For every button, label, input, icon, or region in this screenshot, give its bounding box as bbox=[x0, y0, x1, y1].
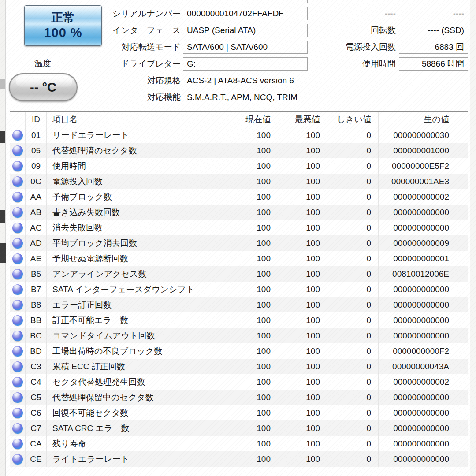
attr-threshold-value: 0 bbox=[327, 220, 379, 235]
table-row[interactable]: BD 工場出荷時の不良ブロック数 100 100 0 0000000000F2 bbox=[10, 343, 468, 359]
table-row[interactable]: 09 使用時間 100 100 0 00000000E5F2 bbox=[10, 158, 468, 174]
attr-name: 電源投入回数 bbox=[47, 174, 235, 189]
attr-name: 工場出荷時の不良ブロック数 bbox=[47, 343, 235, 359]
power-on-hours-value-box: 58866 時間 bbox=[399, 57, 468, 71]
attr-current-value: 100 bbox=[235, 328, 278, 343]
attr-worst-value: 100 bbox=[278, 436, 327, 451]
attr-worst-value: 100 bbox=[278, 343, 327, 359]
attr-name: アンアラインアクセス数 bbox=[47, 266, 235, 282]
attr-threshold-value: 0 bbox=[327, 205, 379, 220]
health-orb-icon bbox=[12, 253, 23, 264]
table-row[interactable]: AC 消去失敗回数 100 100 0 000000000000 bbox=[10, 220, 468, 235]
spacer-cell bbox=[453, 158, 468, 174]
status-cell bbox=[10, 297, 26, 312]
health-orb-icon bbox=[12, 269, 23, 279]
drive-letter-value-box: G: bbox=[183, 57, 308, 71]
attr-raw-value: 000000000000 bbox=[379, 220, 453, 235]
attr-threshold-value: 0 bbox=[327, 282, 379, 297]
attr-raw-value: 000000000002 bbox=[379, 189, 453, 205]
table-row[interactable]: 01 リードエラーレート 100 100 0 000000000030 bbox=[10, 127, 468, 143]
attr-name: 消去失敗回数 bbox=[47, 220, 235, 235]
attr-current-value: 100 bbox=[235, 266, 278, 282]
table-row[interactable]: AE 予期せぬ電源断回数 100 100 0 000000000001 bbox=[10, 251, 468, 266]
attr-id: AA bbox=[26, 189, 47, 205]
spacer-cell bbox=[453, 312, 468, 328]
spacer-cell bbox=[453, 297, 468, 312]
attr-name: 書き込み失敗回数 bbox=[47, 205, 235, 220]
attr-threshold-value: 0 bbox=[327, 297, 379, 312]
attr-id: 05 bbox=[26, 143, 47, 158]
table-row[interactable]: C6 回復不可能セクタ数 100 100 0 000000000000 bbox=[10, 405, 468, 420]
table-row[interactable]: C5 代替処理保留中のセクタ数 100 100 0 000000000000 bbox=[10, 390, 468, 405]
attr-worst-value: 100 bbox=[278, 235, 327, 251]
table-row[interactable]: C4 セクタ代替処理発生回数 100 100 0 000000000002 bbox=[10, 374, 468, 390]
raw-column-header: 生の値 bbox=[379, 112, 453, 127]
id-column-header: ID bbox=[26, 112, 47, 127]
spacer-cell bbox=[453, 374, 468, 390]
table-row[interactable]: C3 累積 ECC 訂正回数 100 100 0 00000000043A bbox=[10, 359, 468, 374]
attr-name: 残り寿命 bbox=[47, 436, 235, 451]
table-row[interactable]: B7 SATA インターフェースダウンシフト 100 100 0 0000000… bbox=[10, 282, 468, 297]
status-cell bbox=[10, 328, 26, 343]
health-orb-icon bbox=[12, 238, 23, 249]
buffer-value-box: ---- bbox=[399, 7, 468, 20]
attr-current-value: 100 bbox=[235, 343, 278, 359]
attr-raw-value: 000000000030 bbox=[379, 127, 453, 143]
threshold-column-header: しきい値 bbox=[327, 112, 379, 127]
power-on-count-label: 電源投入回数 bbox=[308, 41, 396, 54]
attr-name: 回復不可能セクタ数 bbox=[47, 405, 235, 420]
attr-id: C4 bbox=[26, 374, 47, 390]
spacer-cell bbox=[453, 343, 468, 359]
table-row[interactable]: C7 SATA CRC エラー数 100 100 0 000000000000 bbox=[10, 420, 468, 436]
table-row[interactable]: AB 書き込み失敗回数 100 100 0 000000000000 bbox=[10, 205, 468, 220]
attr-threshold-value: 0 bbox=[327, 127, 379, 143]
health-orb-icon bbox=[12, 377, 23, 387]
table-row[interactable]: B8 エラー訂正回数 100 100 0 000000000000 bbox=[10, 297, 468, 312]
health-orb-icon bbox=[12, 284, 23, 295]
table-row[interactable]: 0C 電源投入回数 100 100 0 000000001AE3 bbox=[10, 174, 468, 189]
status-cell bbox=[10, 420, 26, 436]
transfer-mode-value-box: SATA/600 | SATA/600 bbox=[183, 41, 308, 54]
table-row[interactable]: BC コマンドタイムアウト回数 100 100 0 000000000000 bbox=[10, 328, 468, 343]
status-cell bbox=[10, 405, 26, 420]
spacer-cell bbox=[453, 174, 468, 189]
interface-value-box: UASP (Serial ATA) bbox=[183, 24, 308, 37]
attr-raw-value: 000000001AE3 bbox=[379, 174, 453, 189]
attr-name: SATA インターフェースダウンシフト bbox=[47, 282, 235, 297]
attr-current-value: 100 bbox=[235, 436, 278, 451]
attr-threshold-value: 0 bbox=[327, 374, 379, 390]
attr-raw-value: 000000000000 bbox=[379, 420, 453, 436]
health-orb-icon bbox=[12, 361, 23, 372]
table-row[interactable]: AA 予備ブロック数 100 100 0 000000000002 bbox=[10, 189, 468, 205]
health-orb-icon bbox=[12, 423, 23, 434]
table-row[interactable]: BB 訂正不可能エラー数 100 100 0 000000000000 bbox=[10, 312, 468, 328]
attr-raw-value: 00000000E5F2 bbox=[379, 158, 453, 174]
attr-id: C5 bbox=[26, 390, 47, 405]
spacer-cell bbox=[453, 359, 468, 374]
table-row[interactable]: CE ライトエラーレート 100 100 0 000000000000 bbox=[10, 451, 468, 467]
attr-id: C6 bbox=[26, 405, 47, 420]
attr-id: BD bbox=[26, 343, 47, 359]
spacer-cell bbox=[453, 220, 468, 235]
status-cell bbox=[10, 220, 26, 235]
spacer-cell bbox=[453, 436, 468, 451]
attr-id: 01 bbox=[26, 127, 47, 143]
table-row[interactable]: CA 残り寿命 100 100 0 000000000000 bbox=[10, 436, 468, 451]
attr-id: AB bbox=[26, 205, 47, 220]
table-row[interactable]: AD 平均ブロック消去回数 100 100 0 000000000009 bbox=[10, 235, 468, 251]
attr-worst-value: 100 bbox=[278, 282, 327, 297]
attr-threshold-value: 0 bbox=[327, 143, 379, 158]
attr-raw-value: 000000000000 bbox=[379, 390, 453, 405]
power-on-hours-label: 使用時間 bbox=[308, 57, 396, 71]
health-orb-icon bbox=[12, 145, 23, 156]
attr-name: 平均ブロック消去回数 bbox=[47, 235, 235, 251]
spacer-cell bbox=[453, 266, 468, 282]
health-orb-icon bbox=[12, 331, 23, 341]
table-row[interactable]: B5 アンアラインアクセス数 100 100 0 00810012006E bbox=[10, 266, 468, 282]
attr-id: B7 bbox=[26, 282, 47, 297]
status-cell bbox=[10, 127, 26, 143]
table-row[interactable]: 05 代替処理済のセクタ数 100 100 0 000000001000 bbox=[10, 143, 468, 158]
attr-name: コマンドタイムアウト回数 bbox=[47, 328, 235, 343]
attr-current-value: 100 bbox=[235, 127, 278, 143]
attr-worst-value: 100 bbox=[278, 174, 327, 189]
